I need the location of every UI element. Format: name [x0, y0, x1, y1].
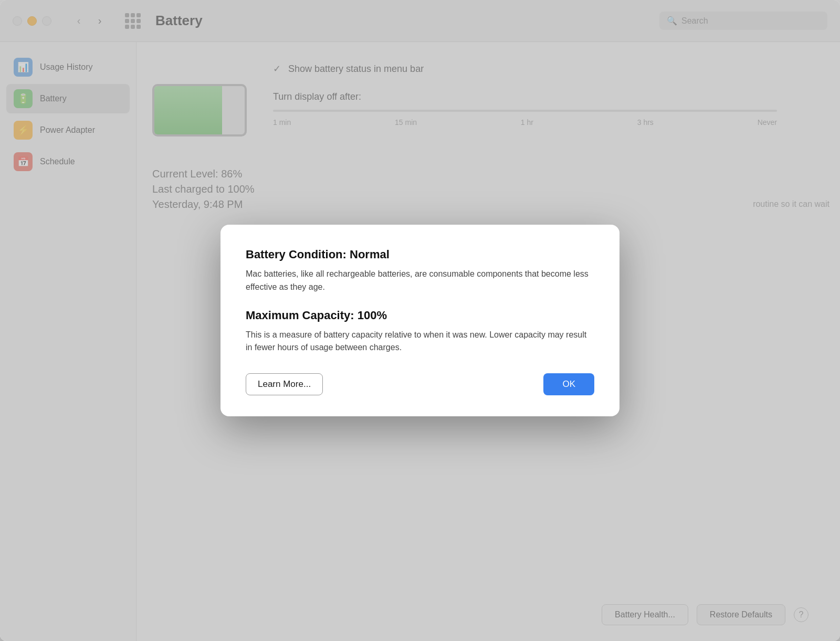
- modal-condition-heading: Battery Condition: Normal: [246, 248, 594, 261]
- ok-button[interactable]: OK: [543, 373, 594, 395]
- system-preferences-window: ‹ › Battery 🔍 📊 Usage History: [0, 0, 840, 641]
- battery-condition-modal: Battery Condition: Normal Mac batteries,…: [220, 225, 620, 416]
- modal-capacity-heading: Maximum Capacity: 100%: [246, 309, 594, 322]
- learn-more-button[interactable]: Learn More...: [246, 373, 323, 395]
- modal-overlay: Battery Condition: Normal Mac batteries,…: [0, 0, 840, 641]
- modal-footer: Learn More... OK: [246, 373, 594, 395]
- modal-capacity-body: This is a measure of battery capacity re…: [246, 329, 594, 355]
- modal-condition-body: Mac batteries, like all rechargeable bat…: [246, 268, 594, 294]
